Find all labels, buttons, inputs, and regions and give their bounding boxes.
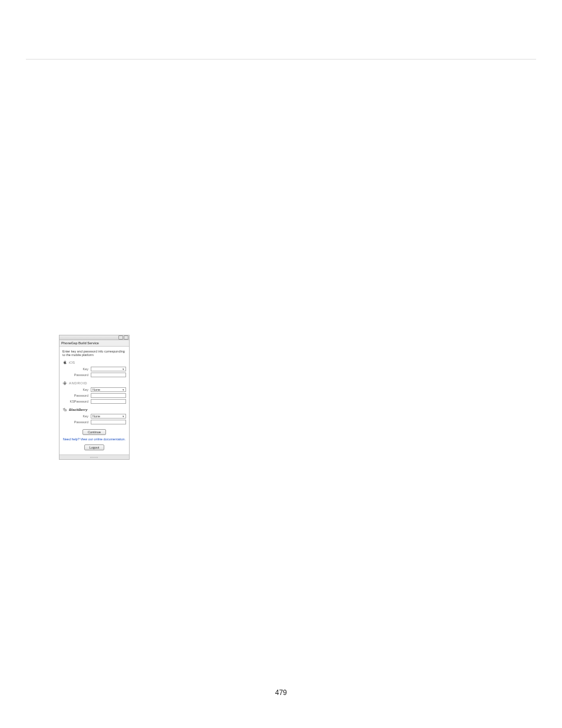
svg-point-6	[66, 410, 67, 411]
resize-grip-icon	[90, 457, 98, 458]
bb-password-label: Password	[62, 420, 91, 424]
dialog-footer	[59, 454, 129, 459]
ios-key-label: Key	[62, 367, 91, 371]
bb-password-field[interactable]	[91, 420, 126, 424]
android-key-select[interactable]: None▾	[91, 387, 126, 392]
apple-icon	[62, 360, 67, 365]
minimize-icon[interactable]	[118, 335, 123, 340]
blackberry-label: BlackBerry	[69, 408, 88, 411]
android-kspassword-label: KSPassword	[62, 400, 91, 403]
svg-point-0	[63, 409, 64, 409]
dialog-tab-title: PhoneGap Build Service	[59, 340, 129, 347]
svg-point-4	[65, 409, 66, 410]
page-number: 479	[0, 689, 562, 697]
blackberry-icon	[62, 407, 67, 412]
svg-point-2	[63, 410, 64, 410]
android-password-label: Password	[62, 394, 91, 397]
window-titlebar	[59, 335, 129, 340]
top-divider	[26, 59, 536, 60]
phonegap-dialog: PhoneGap Build Service Enter key and pas…	[59, 335, 130, 460]
android-kspassword-field[interactable]	[91, 399, 126, 404]
bb-key-select[interactable]: None▾	[91, 414, 126, 419]
logout-button[interactable]: Logout	[84, 444, 105, 450]
android-password-field[interactable]	[91, 393, 126, 398]
help-link[interactable]: Need help? View our online documentation…	[62, 437, 126, 441]
svg-point-5	[65, 410, 65, 411]
bb-key-label: Key	[62, 414, 91, 418]
svg-point-1	[64, 408, 65, 409]
ios-key-select[interactable]: ▾	[91, 367, 126, 371]
close-icon[interactable]	[124, 335, 128, 340]
platform-blackberry: BlackBerry	[62, 407, 126, 412]
ios-password-label: Password	[62, 373, 91, 377]
continue-button[interactable]: Continue	[82, 429, 106, 435]
chevron-down-icon: ▾	[123, 367, 124, 371]
android-key-label: Key	[62, 388, 91, 391]
chevron-down-icon: ▾	[123, 387, 124, 392]
ios-password-field[interactable]	[91, 373, 126, 377]
svg-point-3	[64, 409, 65, 410]
dialog-body: Enter key and password info correspondin…	[59, 347, 129, 454]
android-icon	[62, 381, 67, 386]
instruction-text: Enter key and password info correspondin…	[62, 350, 126, 357]
ios-label: iOS	[69, 361, 75, 364]
platform-ios: iOS	[62, 360, 126, 365]
chevron-down-icon: ▾	[123, 414, 124, 419]
platform-android: android	[62, 381, 126, 386]
android-label: android	[69, 381, 87, 385]
